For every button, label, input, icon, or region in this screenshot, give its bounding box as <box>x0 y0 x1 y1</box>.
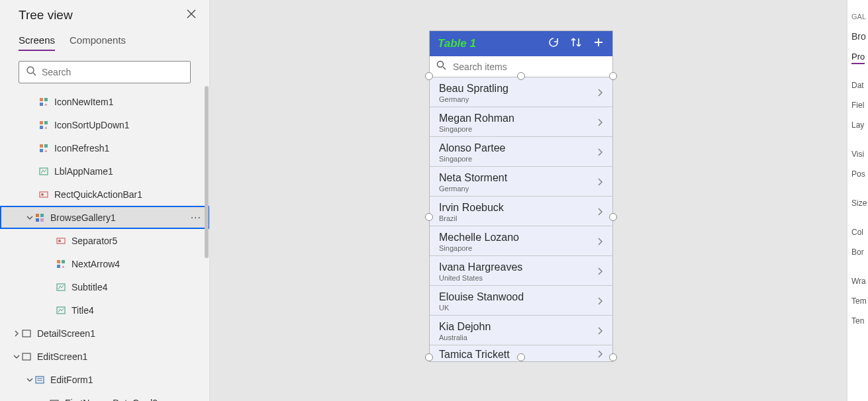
tree-node-title[interactable]: Title4 <box>0 298 209 322</box>
chevron-right-icon[interactable] <box>597 266 604 278</box>
prop-row[interactable]: Fiel <box>851 95 868 115</box>
prop-row[interactable]: Wra <box>851 271 868 291</box>
chevron-right-icon[interactable] <box>597 236 604 248</box>
gallery-item-title: Elouise Stanwood <box>439 291 524 303</box>
gallery-item-title: Kia Dejohn <box>439 321 491 333</box>
gallery-item[interactable]: Mechelle LozanoSingapore <box>430 226 612 256</box>
prop-row[interactable]: Visi <box>851 144 868 164</box>
tree-search-box[interactable] <box>19 61 191 83</box>
close-icon[interactable] <box>187 9 196 21</box>
chevron-right-icon[interactable] <box>597 117 604 129</box>
tree-node-editform[interactable]: EditForm1 <box>0 368 209 391</box>
chevron-right-icon[interactable] <box>12 330 21 337</box>
gallery-item[interactable]: Neta StormentGermany <box>430 167 612 197</box>
tree-view-title: Tree view <box>19 8 73 22</box>
more-options-icon[interactable]: ··· <box>191 212 201 224</box>
chevron-right-icon[interactable] <box>597 147 604 159</box>
chevron-right-icon[interactable] <box>597 206 604 218</box>
prop-row[interactable]: Size <box>851 193 868 213</box>
phone-preview: Table 1 Beau SpratlingGermanyMegan Rohma… <box>429 30 613 362</box>
browse-gallery[interactable]: Beau SpratlingGermanyMegan RohmanSingapo… <box>430 77 612 361</box>
prop-row[interactable]: Dat <box>851 75 868 95</box>
tab-components[interactable]: Components <box>70 34 126 51</box>
chevron-down-icon[interactable] <box>25 377 34 383</box>
sidebar-scrollbar-thumb[interactable] <box>205 86 209 258</box>
chevron-right-icon[interactable] <box>597 349 604 361</box>
tree-node-separator[interactable]: Separator5 <box>0 229 209 252</box>
svg-line-37 <box>443 67 446 69</box>
tree-node-firstname-datacard[interactable]: FirstName_DataCard2 <box>0 391 209 401</box>
prop-row[interactable]: Pos <box>851 164 868 184</box>
prop-row[interactable]: Bor <box>851 242 868 262</box>
gallery-item[interactable]: Kia DejohnAustralia <box>430 316 612 345</box>
chevron-down-icon[interactable] <box>12 353 21 360</box>
app-title: Table 1 <box>438 37 476 50</box>
tree-node-iconrefresh[interactable]: + IconRefresh1 <box>0 136 209 159</box>
svg-text:+: + <box>44 148 48 153</box>
chevron-right-icon[interactable] <box>597 87 604 99</box>
design-canvas[interactable]: Table 1 Beau SpratlingGermanyMegan Rohma… <box>210 0 847 401</box>
tree-node-subtitle[interactable]: Subtitle4 <box>0 275 209 298</box>
label-icon <box>56 283 66 292</box>
search-icon <box>436 60 446 73</box>
control-icon: + <box>38 120 49 130</box>
tree-node-label: Subtitle4 <box>72 282 107 292</box>
selection-handle[interactable] <box>425 213 433 221</box>
properties-heading: GAL <box>851 7 868 26</box>
tab-properties[interactable]: Pro <box>851 52 865 64</box>
tree-node-browsegallery[interactable]: BrowseGallery1 ··· <box>0 206 209 229</box>
selection-handle[interactable] <box>609 353 617 361</box>
gallery-item[interactable]: Ivana HargreavesUnited States <box>430 256 612 286</box>
tree-node-label: RectQuickActionBar1 <box>54 189 142 200</box>
gallery-item-subtitle: Australia <box>439 334 491 342</box>
control-icon: + <box>38 144 49 153</box>
selected-control-name: Bro <box>851 26 868 46</box>
tree-node-label: IconSortUpDown1 <box>54 120 130 130</box>
selection-handle[interactable] <box>425 353 433 361</box>
app-search-input[interactable] <box>453 62 606 72</box>
svg-point-16 <box>41 193 44 196</box>
gallery-item-subtitle: Brazil <box>439 214 504 223</box>
gallery-item[interactable]: Irvin RoebuckBrazil <box>430 197 612 226</box>
prop-row[interactable]: Col <box>851 222 868 242</box>
selection-handle[interactable] <box>517 72 525 80</box>
gallery-item[interactable]: Alonso ParteeSingapore <box>430 137 612 167</box>
selection-handle[interactable] <box>425 72 433 80</box>
tree-node-detailscreen[interactable]: DetailScreen1 <box>0 322 209 345</box>
gallery-item[interactable]: Beau SpratlingGermany <box>430 77 612 107</box>
svg-rect-6 <box>40 121 43 124</box>
tree-node-label: NextArrow4 <box>72 259 120 269</box>
chevron-down-icon[interactable] <box>25 214 34 221</box>
gallery-item-subtitle: Singapore <box>439 155 506 163</box>
tree-node-label: DetailScreen1 <box>37 328 95 339</box>
chevron-right-icon[interactable] <box>597 177 604 189</box>
tree-list: + IconNewItem1 + IconSortUpDown1 + IconR… <box>0 90 209 401</box>
chevron-right-icon[interactable] <box>597 326 604 337</box>
tree-node-iconsortupdown[interactable]: + IconSortUpDown1 <box>0 113 209 136</box>
selection-handle[interactable] <box>609 72 617 80</box>
tab-screens[interactable]: Screens <box>19 34 55 51</box>
selection-handle[interactable] <box>517 353 525 361</box>
tree-node-iconnewitem[interactable]: + IconNewItem1 <box>0 90 209 113</box>
tree-node-rectquickactionbar[interactable]: RectQuickActionBar1 <box>0 183 209 206</box>
add-icon[interactable] <box>593 36 604 51</box>
refresh-icon[interactable] <box>548 36 559 51</box>
gallery-item[interactable]: Elouise StanwoodUK <box>430 286 612 316</box>
tree-node-label: Separator5 <box>72 236 117 246</box>
prop-row[interactable]: Lay <box>851 115 868 135</box>
chevron-right-icon[interactable] <box>597 296 604 308</box>
tree-search-input[interactable] <box>42 67 183 77</box>
svg-text:+: + <box>44 125 48 130</box>
prop-row[interactable]: Tem <box>851 291 868 311</box>
selection-handle[interactable] <box>609 213 617 221</box>
svg-point-36 <box>438 62 444 67</box>
svg-rect-25 <box>57 265 60 268</box>
rectangle-icon <box>38 190 49 199</box>
gallery-item-title: Megan Rohman <box>439 112 514 124</box>
tree-node-nextarrow[interactable]: + NextArrow4 <box>0 252 209 275</box>
gallery-item[interactable]: Megan RohmanSingapore <box>430 107 612 137</box>
prop-row[interactable]: Ten <box>851 311 868 331</box>
tree-node-lblappname[interactable]: LblAppName1 <box>0 159 209 183</box>
sort-icon[interactable] <box>570 36 582 51</box>
tree-node-editscreen[interactable]: EditScreen1 <box>0 345 209 368</box>
